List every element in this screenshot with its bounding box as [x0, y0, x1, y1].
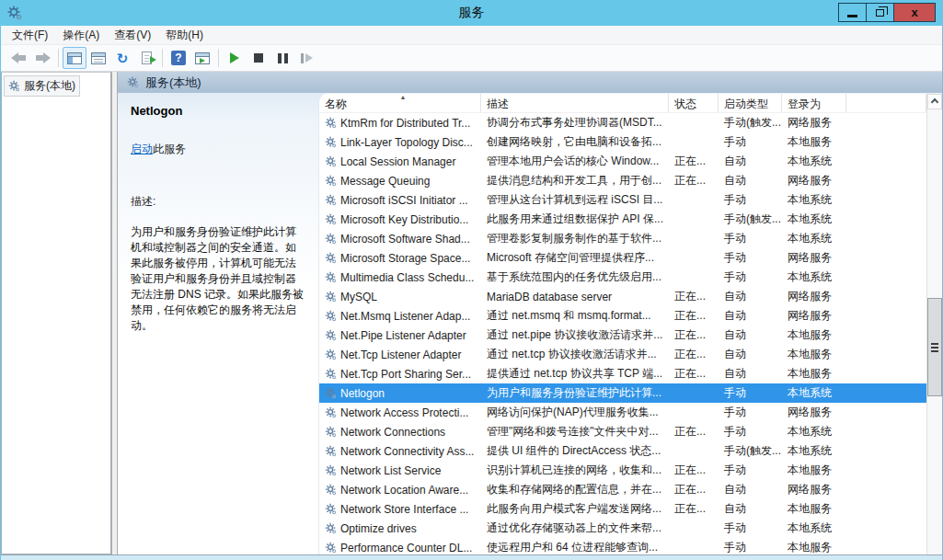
- service-row[interactable]: Network List Service识别计算机已连接的网络，收集和...正在…: [319, 461, 926, 480]
- service-row[interactable]: Netlogon为用户和服务身份验证维护此计算...手动本地系统: [319, 383, 926, 403]
- forward-button[interactable]: [30, 47, 54, 69]
- restore-button[interactable]: [866, 3, 894, 22]
- cell-logon: 本地系统: [782, 154, 846, 169]
- cell-startup: 自动: [719, 327, 782, 343]
- cell-logon: 本地服务: [782, 366, 846, 382]
- pause-service-button[interactable]: [270, 47, 294, 69]
- minimize-button[interactable]: [838, 3, 867, 22]
- service-row[interactable]: Net.Msmq Listener Adap...通过 net.msmq 和 m…: [319, 306, 926, 326]
- cell-logon: 本地服务: [782, 134, 846, 150]
- cell-name: Network Location Aware...: [319, 484, 481, 497]
- service-row[interactable]: Microsoft Software Shad...管理卷影复制服务制作的基于软…: [319, 229, 926, 248]
- cell-name: Performance Counter DL...: [319, 542, 481, 554]
- service-row[interactable]: Net.Tcp Listener Adapter通过 net.tcp 协议接收激…: [319, 345, 926, 364]
- service-gear-icon: [325, 213, 337, 225]
- refresh-icon: ↻: [117, 51, 129, 65]
- back-button[interactable]: [6, 47, 30, 69]
- cell-desc: 通过 net.tcp 协议接收激活请求并...: [481, 347, 669, 362]
- column-header-startup-type[interactable]: 启动类型: [719, 94, 782, 112]
- cell-status: 正在...: [669, 482, 719, 497]
- service-row[interactable]: Network Connectivity Ass...提供 UI 组件的 Dir…: [319, 441, 926, 461]
- chevron-up-icon: [931, 98, 938, 106]
- menu-help[interactable]: 帮助(H): [158, 26, 211, 45]
- service-row[interactable]: Net.Pipe Listener Adapter通过 net.pipe 协议接…: [319, 326, 926, 345]
- scrollbar-thumb[interactable]: [927, 298, 942, 396]
- service-rows: KtmRm for Distributed Tr...协调分布式事务处理协调器(…: [319, 113, 926, 554]
- toolbar-separator: [58, 49, 59, 67]
- service-gear-icon: [325, 194, 337, 206]
- cell-status: 正在...: [669, 463, 719, 478]
- cell-status: 正在...: [669, 154, 719, 169]
- cell-name: Network Store Interface ...: [319, 503, 481, 516]
- cell-name: Net.Tcp Port Sharing Ser...: [319, 368, 481, 381]
- menu-view[interactable]: 查看(V): [107, 26, 158, 45]
- service-row[interactable]: Performance Counter DL...使远程用户和 64 位进程能够…: [319, 538, 926, 554]
- start-service-link[interactable]: 启动: [131, 143, 153, 155]
- menu-file[interactable]: 文件(F): [5, 26, 55, 45]
- window-bottom-border: [1, 554, 942, 560]
- service-row[interactable]: Multimedia Class Schedu...基于系统范围内的任务优先级启…: [319, 268, 926, 287]
- restart-service-button[interactable]: [294, 47, 318, 69]
- service-row[interactable]: Network Access Protecti...网络访问保护(NAP)代理服…: [319, 403, 926, 422]
- cell-startup: 自动: [719, 173, 782, 189]
- scroll-up-button[interactable]: [927, 94, 942, 109]
- main-area: 服务(本地) 服务(本地) Netlogon 启动此服务 描述: 为用户和服务身…: [1, 72, 942, 554]
- service-gear-icon: [325, 426, 337, 438]
- cell-logon: 网络服务: [782, 308, 846, 324]
- service-gear-icon: [325, 329, 337, 341]
- service-row[interactable]: Microsoft iSCSI Initiator ...管理从这台计算机到远程…: [319, 190, 926, 210]
- cell-startup: 手动: [719, 405, 782, 420]
- service-row[interactable]: Net.Tcp Port Sharing Ser...提供通过 net.tcp …: [319, 364, 926, 383]
- menu-action[interactable]: 操作(A): [55, 26, 107, 45]
- column-header-status[interactable]: 状态: [669, 94, 719, 112]
- start-service-icon: [230, 52, 239, 63]
- service-row[interactable]: MySQLMariaDB database server正在...自动网络服务: [319, 287, 926, 306]
- cell-name: Link-Layer Topology Disc...: [319, 136, 481, 149]
- close-button[interactable]: x: [893, 3, 936, 22]
- service-gear-icon: [325, 310, 337, 322]
- service-gear-icon: [325, 445, 337, 457]
- show-console-tree-button[interactable]: [63, 47, 86, 69]
- service-row[interactable]: Message Queuing提供消息结构和开发工具，用于创...正在...自动…: [319, 171, 926, 190]
- cell-desc: 网络访问保护(NAP)代理服务收集...: [481, 405, 669, 420]
- column-header-name[interactable]: 名称▲: [319, 94, 481, 112]
- service-gear-icon: [325, 349, 337, 360]
- cell-logon: 本地系统: [782, 269, 846, 285]
- service-row[interactable]: Local Session Manager管理本地用户会话的核心 Window.…: [319, 152, 926, 171]
- column-header-filler: [846, 94, 926, 112]
- service-row[interactable]: Network Connections管理"网络和拨号连接"文件夹中对...正在…: [319, 422, 926, 441]
- help-button[interactable]: ?: [167, 47, 190, 69]
- cell-logon: 网络服务: [782, 405, 846, 420]
- minimize-icon: [847, 15, 857, 17]
- service-row[interactable]: Microsoft Storage Space...Microsoft 存储空间…: [319, 248, 926, 268]
- export-list-icon: [142, 51, 152, 64]
- cell-startup: 手动: [719, 231, 782, 246]
- cell-logon: 本地系统: [782, 385, 846, 401]
- service-gear-icon: [325, 349, 337, 360]
- extended-view-button[interactable]: [190, 47, 214, 69]
- refresh-button[interactable]: ↻: [110, 47, 134, 69]
- properties-button[interactable]: [86, 47, 110, 69]
- cell-logon: 本地系统: [782, 443, 846, 459]
- service-row[interactable]: Network Store Interface ...此服务向用户模式客户端发送…: [319, 499, 926, 519]
- column-header-description[interactable]: 描述: [481, 94, 669, 112]
- tree-item-services-local[interactable]: 服务(本地): [4, 75, 80, 97]
- service-row[interactable]: Optimize drives通过优化存储驱动器上的文件来帮...手动本地系统: [319, 519, 926, 538]
- vertical-scrollbar[interactable]: [926, 94, 942, 554]
- start-service-button[interactable]: [223, 47, 247, 69]
- column-header-logon-as[interactable]: 登录为: [782, 94, 846, 112]
- service-row[interactable]: Network Location Aware...收集和存储网络的配置信息，并在…: [319, 480, 926, 499]
- service-gear-icon: [325, 175, 337, 187]
- service-row[interactable]: Link-Layer Topology Disc...创建网络映射，它由电脑和设…: [319, 132, 926, 152]
- export-list-button[interactable]: [134, 47, 158, 69]
- stop-service-button[interactable]: [247, 47, 270, 69]
- service-gear-icon: [325, 464, 337, 476]
- cell-name: Optimize drives: [319, 522, 481, 535]
- service-row[interactable]: Microsoft Key Distributio...此服务用来通过组数据保护…: [319, 210, 926, 229]
- cell-startup: 手动(触发...: [719, 211, 782, 227]
- service-row[interactable]: KtmRm for Distributed Tr...协调分布式事务处理协调器(…: [319, 113, 926, 132]
- cell-name: Local Session Manager: [319, 155, 481, 168]
- pane-splitter[interactable]: [111, 72, 118, 554]
- cell-startup: 手动: [719, 424, 782, 440]
- cell-desc: 管理"网络和拨号连接"文件夹中对...: [481, 424, 669, 440]
